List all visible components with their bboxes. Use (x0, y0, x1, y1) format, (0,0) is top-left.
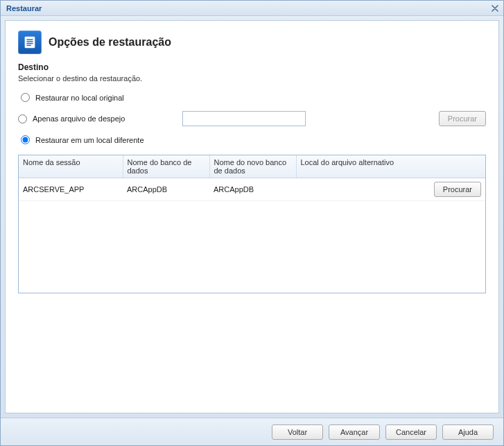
footer: Voltar Avançar Cancelar Ajuda (1, 418, 503, 445)
titlebar: Restaurar (1, 1, 503, 16)
sessions-table: Nome da sessão Nome do banco de dados No… (18, 155, 486, 293)
col-newdb[interactable]: Nome do novo banco de dados (209, 155, 296, 178)
page-header: Opções de restauração (18, 31, 486, 54)
cell-altloc: Procurar (296, 178, 485, 201)
radio-original-label: Restaurar no local original (35, 94, 124, 102)
radio-dump-label: Apenas arquivo de despejo (33, 114, 125, 123)
table-header-row: Nome da sessão Nome do banco de dados No… (19, 155, 485, 178)
radio-dump-row: Apenas arquivo de despejo Procurar (18, 111, 486, 126)
radio-dump-file[interactable]: Apenas arquivo de despejo (18, 114, 174, 123)
cell-db: ARCAppDB (123, 178, 209, 201)
col-altloc[interactable]: Local do arquivo alternativo (296, 155, 485, 178)
radio-restore-original[interactable]: Restaurar no local original (18, 93, 486, 102)
cell-session: ARCSERVE_APP (19, 178, 123, 201)
section-description: Selecionar o destino da restauração. (18, 74, 486, 83)
cell-newdb: ARCAppDB (209, 178, 296, 201)
document-icon (18, 31, 42, 54)
help-button[interactable]: Ajuda (442, 424, 494, 440)
close-icon[interactable] (489, 3, 501, 14)
restore-dialog: Restaurar Opções de restauração Destino … (0, 0, 504, 446)
page-title: Opções de restauração (49, 36, 171, 49)
radio-dump-input[interactable] (18, 114, 27, 123)
svg-rect-1 (26, 39, 33, 40)
svg-rect-0 (25, 37, 35, 49)
svg-rect-4 (26, 45, 31, 46)
radio-restore-different[interactable]: Restaurar em um local diferente (18, 135, 486, 144)
content-area: Opções de restauração Destino Selecionar… (5, 20, 499, 413)
dump-path-input[interactable] (182, 111, 306, 126)
radio-different-label: Restaurar em um local diferente (35, 136, 144, 144)
col-session[interactable]: Nome da sessão (19, 155, 123, 178)
radio-different-input[interactable] (21, 135, 30, 144)
back-button[interactable]: Voltar (272, 424, 323, 440)
dump-browse-button[interactable]: Procurar (439, 111, 486, 126)
cancel-button[interactable]: Cancelar (385, 424, 437, 440)
window-title: Restaurar (6, 4, 42, 12)
row-browse-button[interactable]: Procurar (434, 182, 481, 197)
table-row[interactable]: ARCSERVE_APPARCAppDBARCAppDBProcurar (19, 178, 485, 201)
next-button[interactable]: Avançar (329, 424, 380, 440)
section-title: Destino (18, 62, 486, 72)
svg-rect-3 (26, 43, 33, 44)
svg-rect-2 (26, 41, 33, 42)
radio-original-input[interactable] (21, 93, 30, 102)
col-db[interactable]: Nome do banco de dados (123, 155, 209, 178)
